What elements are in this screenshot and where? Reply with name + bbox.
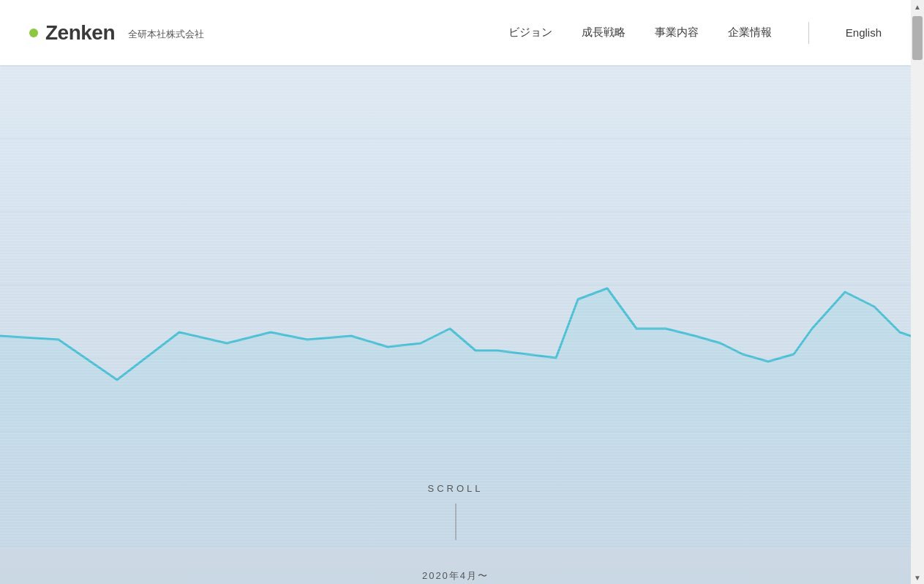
nav-item-company[interactable]: 企業情報 [728,26,772,40]
scroll-arrow-up[interactable]: ▲ [911,0,924,13]
company-name: 全研本社株式会社 [128,28,204,41]
scroll-thumb[interactable] [912,16,923,60]
english-link[interactable]: English [846,26,882,39]
main-background: SCROLL 2020年4月〜 [0,0,911,584]
bottom-date-hint: 2020年4月〜 [422,569,489,583]
nav-links: ビジョン 成長戦略 事業内容 企業情報 English [508,22,882,44]
scrollbar[interactable]: ▲ ▼ [911,0,924,584]
logo-text: Zenken [45,21,115,45]
logo-dot [29,29,38,37]
nav-item-growth[interactable]: 成長戦略 [582,26,626,40]
chart-area [0,65,911,548]
nav-divider [808,22,809,44]
scroll-indicator-line [455,503,456,540]
nav-item-vision[interactable]: ビジョン [508,26,552,40]
scroll-arrow-down[interactable]: ▼ [911,571,924,584]
logo-area[interactable]: Zenken 全研本社株式会社 [29,21,204,45]
scroll-label: SCROLL [427,483,483,494]
nav-item-business[interactable]: 事業内容 [655,26,699,40]
site-header: Zenken 全研本社株式会社 ビジョン 成長戦略 事業内容 企業情報 Engl… [0,0,911,65]
